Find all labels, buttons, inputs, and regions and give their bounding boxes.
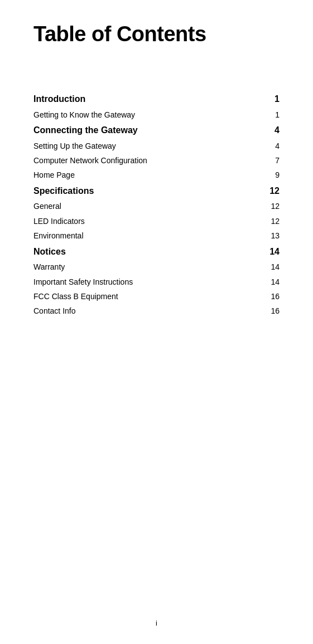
toc-item-page: 12 xyxy=(260,199,280,213)
toc-item-row: Important Safety Instructions14 xyxy=(33,275,280,289)
toc-section-label: Specifications xyxy=(33,183,260,199)
toc-section-row: Specifications12 xyxy=(33,183,280,199)
toc-item-row: General12 xyxy=(33,199,280,213)
toc-section-label: Introduction xyxy=(33,91,260,108)
toc-item-page: 1 xyxy=(260,108,280,122)
toc-item-row: Computer Network Configuration7 xyxy=(33,153,280,168)
toc-item-label: LED Indicators xyxy=(33,214,260,228)
toc-item-label: General xyxy=(33,199,260,213)
toc-section-label: Connecting the Gateway xyxy=(33,122,260,139)
toc-item-row: LED Indicators12 xyxy=(33,214,280,228)
toc-item-label: Contact Info xyxy=(33,304,260,318)
toc-item-row: Environmental13 xyxy=(33,228,280,243)
toc-item-row: Contact Info16 xyxy=(33,304,280,318)
toc-section-page: 1 xyxy=(260,91,280,108)
toc-section-row: Introduction1 xyxy=(33,91,280,108)
toc-item-page: 16 xyxy=(260,289,280,304)
toc-item-label: Setting Up the Gateway xyxy=(33,139,260,153)
page-container: Table of Contents Introduction1Getting t… xyxy=(0,0,313,644)
page-number: i xyxy=(156,619,157,627)
toc-item-page: 13 xyxy=(260,228,280,243)
toc-item-row: Warranty14 xyxy=(33,260,280,274)
toc-item-row: Home Page9 xyxy=(33,168,280,182)
toc-item-label: FCC Class B Equipment xyxy=(33,289,260,304)
toc-section-page: 12 xyxy=(260,183,280,199)
toc-section-row: Connecting the Gateway4 xyxy=(33,122,280,139)
toc-item-row: Setting Up the Gateway4 xyxy=(33,139,280,153)
toc-section-row: Notices14 xyxy=(33,243,280,260)
toc-item-label: Environmental xyxy=(33,228,260,243)
toc-item-label: Computer Network Configuration xyxy=(33,153,260,168)
toc-item-page: 14 xyxy=(260,275,280,289)
toc-item-label: Warranty xyxy=(33,260,260,274)
toc-item-page: 16 xyxy=(260,304,280,318)
toc-item-label: Home Page xyxy=(33,168,260,182)
toc-item-label: Important Safety Instructions xyxy=(33,275,260,289)
page-title: Table of Contents xyxy=(33,22,280,46)
toc-item-page: 4 xyxy=(260,139,280,153)
toc-section-label: Notices xyxy=(33,243,260,260)
toc-item-page: 7 xyxy=(260,153,280,168)
toc-item-row: FCC Class B Equipment16 xyxy=(33,289,280,304)
toc-section-page: 14 xyxy=(260,243,280,260)
toc-item-row: Getting to Know the Gateway1 xyxy=(33,108,280,122)
toc-item-page: 9 xyxy=(260,168,280,182)
toc-item-page: 12 xyxy=(260,214,280,228)
toc-section-page: 4 xyxy=(260,122,280,139)
toc-item-label: Getting to Know the Gateway xyxy=(33,108,260,122)
toc-item-page: 14 xyxy=(260,260,280,274)
toc-table: Introduction1Getting to Know the Gateway… xyxy=(33,91,280,319)
